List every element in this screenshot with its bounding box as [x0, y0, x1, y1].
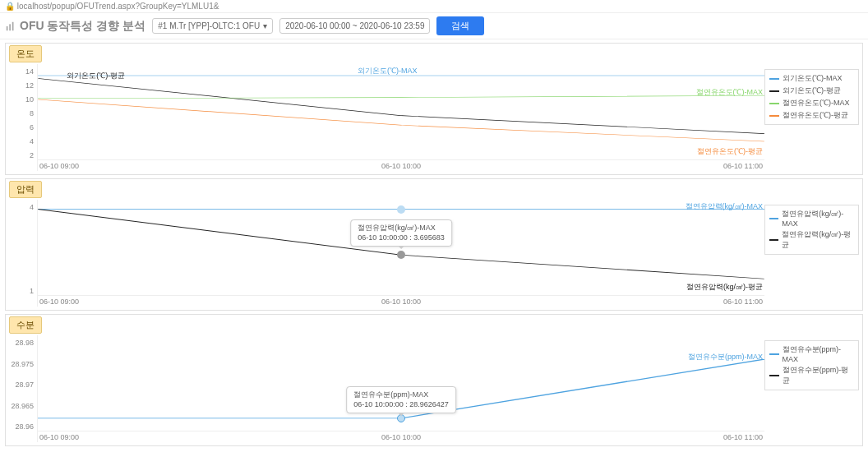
temperature-x-axis: 06-10 09:00 06-10 10:00 06-10 11:00: [38, 159, 764, 171]
legend-label: 외기온도(℃)-MAX: [783, 73, 843, 84]
y-tick: 28.965: [9, 402, 34, 410]
y-tick: 1: [9, 287, 34, 295]
date-range-value: 2020-06-10 00:00 ~ 2020-06-10 23:59: [285, 21, 424, 30]
y-tick: 28.96: [9, 422, 34, 431]
legend-item: 절연유온도(℃)-평균: [769, 109, 854, 122]
chart-icon: [5, 21, 16, 32]
legend-label: 절연유수분(ppm)-평균: [783, 365, 854, 386]
pressure-legend: 절연유압력(kg/㎠)-MAX 절연유압력(kg/㎠)-평균: [764, 205, 859, 255]
legend-item: 절연유압력(kg/㎠)-MAX: [769, 208, 854, 228]
svg-rect-2: [12, 21, 14, 30]
moisture-y-axis: 28.98 28.975 28.97 28.965 28.96: [9, 335, 37, 442]
pressure-lines: [38, 200, 764, 295]
x-tick: 06-10 09:00: [39, 298, 79, 308]
y-tick: 28.98: [9, 339, 34, 347]
x-tick: 06-10 10:00: [381, 433, 421, 444]
x-tick: 06-10 09:00: [39, 433, 79, 444]
moisture-plot[interactable]: 절연유수분(ppm)-MAX 06-10 10:00:00 : 28.96264…: [37, 335, 764, 442]
moisture-x-axis: 06-10 09:00 06-10 10:00 06-10 11:00: [38, 431, 764, 442]
legend-label: 절연유온도(℃)-평균: [783, 110, 848, 121]
moisture-legend: 절연유수분(ppm)-MAX 절연유수분(ppm)-평균: [764, 340, 859, 390]
url-text: localhost/popup/OFUTrend.aspx?GroupKey=Y…: [17, 2, 219, 11]
pressure-y-axis: 4 1: [9, 200, 37, 307]
series-label: 절연유압력(kg/㎠)-평균: [686, 282, 763, 293]
marker-dot: [397, 251, 405, 259]
y-tick: 8: [9, 109, 34, 118]
panel-moisture-title: 수분: [9, 316, 42, 334]
lock-icon: 🔒: [5, 2, 15, 11]
temperature-plot[interactable]: 외기온도(℃)-평균 외기온도(℃)-MAX 절연유온도(℃)-MAX 절연유온…: [37, 64, 764, 171]
pressure-x-axis: 06-10 09:00 06-10 10:00 06-10 11:00: [38, 295, 764, 307]
y-tick: 14: [9, 67, 34, 76]
y-tick: 10: [9, 95, 34, 104]
temperature-legend: 외기온도(℃)-MAX 외기온도(℃)-평균 절연유온도(℃)-MAX 절연유온…: [764, 69, 859, 125]
legend-label: 절연유압력(kg/㎠)-MAX: [782, 209, 854, 228]
legend-label: 절연유압력(kg/㎠)-평균: [782, 229, 854, 251]
y-tick: 2: [9, 151, 34, 159]
panel-temperature: 온도 14 12 10 8 6 4 2 외기온도(℃)-평균 외기온도(℃)-M…: [5, 43, 863, 175]
x-tick: 06-10 11:00: [723, 433, 763, 444]
x-tick: 06-10 11:00: [723, 298, 763, 308]
page-header: OFU 동작특성 경향 분석 #1 M.Tr [YPP]-OLTC:1 OFU …: [0, 13, 868, 39]
x-tick: 06-10 09:00: [39, 162, 79, 173]
x-tick: 06-10 10:00: [381, 298, 421, 308]
temperature-lines: [38, 64, 764, 159]
panel-temperature-title: 온도: [9, 45, 42, 62]
y-tick: 28.97: [9, 381, 34, 389]
series-label: 절연유온도(℃)-평균: [697, 146, 763, 157]
legend-item: 절연유압력(kg/㎠)-평균: [769, 228, 854, 251]
panel-moisture: 수분 28.98 28.975 28.97 28.965 28.96 절연유수분…: [5, 314, 863, 446]
url-bar: 🔒 localhost/popup/OFUTrend.aspx?GroupKey…: [0, 0, 868, 13]
marker-dot: [397, 414, 405, 422]
series-label: 절연유수분(ppm)-MAX: [688, 352, 763, 362]
svg-rect-1: [9, 24, 11, 30]
legend-label: 절연유온도(℃)-MAX: [783, 98, 850, 108]
page-title: OFU 동작특성 경향 분석: [5, 19, 145, 34]
y-tick: 6: [9, 123, 34, 131]
x-tick: 06-10 10:00: [381, 162, 421, 173]
marker-dot: [397, 205, 405, 214]
group-select-value: #1 M.Tr [YPP]-OLTC:1 OFU: [158, 21, 260, 30]
series-label: 외기온도(℃)-평균: [67, 71, 125, 81]
legend-label: 절연유수분(ppm)-MAX: [783, 344, 854, 363]
legend-label: 외기온도(℃)-평균: [783, 85, 841, 96]
y-tick: 12: [9, 81, 34, 90]
legend-item: 외기온도(℃)-MAX: [769, 72, 854, 85]
series-label: 절연유압력(kg/㎠)-MAX: [686, 201, 764, 212]
pressure-plot[interactable]: 절연유압력(kg/㎠)-MAX 06-10 10:00:00 : 3.69568…: [37, 200, 764, 307]
chevron-down-icon: ▾: [263, 21, 267, 30]
y-tick: 4: [9, 137, 34, 145]
legend-item: 절연유온도(℃)-MAX: [769, 97, 854, 109]
date-range-input[interactable]: 2020-06-10 00:00 ~ 2020-06-10 23:59: [279, 18, 430, 34]
panel-pressure-title: 압력: [9, 181, 42, 198]
series-label: 외기온도(℃)-MAX: [358, 66, 418, 76]
y-tick: 4: [9, 203, 34, 211]
svg-rect-0: [7, 26, 8, 30]
panel-pressure: 압력 4 1 절연유압력(kg/㎠)-MAX 06-10 10:00:00 : …: [5, 178, 863, 311]
y-tick: 28.975: [9, 360, 34, 368]
legend-item: 절연유수분(ppm)-MAX: [769, 344, 854, 364]
series-label: 절연유온도(℃)-MAX: [696, 87, 764, 98]
search-button[interactable]: 검색: [436, 16, 484, 35]
x-tick: 06-10 11:00: [723, 162, 763, 173]
page-title-text: OFU 동작특성 경향 분석: [20, 19, 145, 34]
legend-item: 절연유수분(ppm)-평균: [769, 364, 854, 387]
temperature-y-axis: 14 12 10 8 6 4 2: [9, 64, 37, 171]
group-select[interactable]: #1 M.Tr [YPP]-OLTC:1 OFU ▾: [152, 18, 273, 34]
legend-item: 외기온도(℃)-평균: [769, 85, 854, 97]
